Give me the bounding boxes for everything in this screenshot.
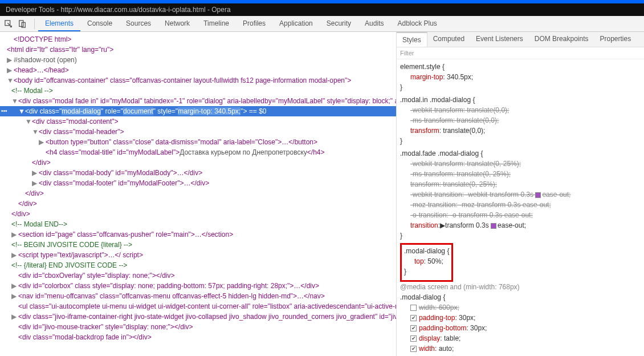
dom-html[interactable]: <html dir="ltr" class="ltr" lang="ru"> — [0, 44, 396, 55]
device-icon[interactable] — [17, 19, 27, 29]
dom-selected-modal-dialog[interactable]: •••▼<div class="modal-dialog" role="docu… — [0, 106, 396, 116]
svg-rect-1 — [19, 20, 23, 26]
inspect-icon[interactable] — [3, 19, 14, 29]
dom-backdrop[interactable]: <div class="modal-backdrop fade in"></di… — [0, 332, 396, 342]
styles-list[interactable]: element.style { margin-top: 340.5px; } .… — [397, 59, 644, 356]
dom-shadow[interactable]: ▶#shadow-root (open) — [0, 55, 396, 65]
dom-modal[interactable]: ▼<div class="modal fade in" id="myModal"… — [0, 96, 396, 106]
tab-security[interactable]: Security — [320, 17, 358, 31]
dom-head[interactable]: ▶<head>…</head> — [0, 65, 396, 75]
rtab-properties[interactable]: Properties — [594, 32, 637, 47]
dom-content-close[interactable]: </div> — [0, 188, 396, 199]
rtab-breakpoints[interactable]: DOM Breakpoints — [529, 32, 594, 47]
tab-sources[interactable]: Sources — [119, 17, 158, 31]
dom-comment-jivo2[interactable]: <!-- {/literal} END JIVOSITE CODE --> — [0, 260, 396, 270]
dom-comment-jivo1[interactable]: <!-- BEGIN JIVOSITE CODE {literal} --> — [0, 240, 396, 250]
dom-body[interactable]: ▼<body id="offcanvas-container" class="o… — [0, 75, 396, 86]
tab-timeline[interactable]: Timeline — [197, 17, 236, 31]
dom-colorbox[interactable]: ▶<div id="colorbox" class style="display… — [0, 281, 396, 291]
rule-element-style[interactable]: element.style { margin-top: 340.5px; } — [400, 62, 641, 92]
styles-panel: Styles Computed Event Listeners DOM Brea… — [396, 32, 644, 356]
rule-modal-dialog-top[interactable]: .modal-dialog { top: 50%; } — [404, 246, 449, 277]
dom-body-div[interactable]: ▶<div class="modal-body" id="myModalBody… — [0, 168, 396, 178]
right-tabs: Styles Computed Event Listeners DOM Brea… — [397, 32, 644, 47]
main-tabs: Elements Console Sources Network Timelin… — [38, 17, 444, 31]
dom-jivo-mouse[interactable]: <div id="jivo-mouse-tracker" style="disp… — [0, 322, 396, 332]
devtools-toolbar: Elements Console Sources Network Timelin… — [0, 16, 644, 32]
dom-footer-div[interactable]: ▶<div class="modal-footer" id="myModalFo… — [0, 178, 396, 188]
dom-tree-panel[interactable]: <!DOCTYPE html> <html dir="ltr" class="l… — [0, 32, 396, 356]
dom-script[interactable]: ▶<script type="text/javascript">…</ scri… — [0, 250, 396, 260]
dom-content[interactable]: ▼<div class="modal-content"> — [0, 116, 396, 127]
dom-comment-modal[interactable]: <!-- Modal --> — [0, 86, 396, 96]
rtab-styles[interactable]: Styles — [397, 32, 427, 47]
dom-header-close[interactable]: </div> — [0, 157, 396, 168]
checkbox-icon[interactable] — [410, 305, 417, 311]
toolbar-separator — [34, 19, 35, 29]
tab-console[interactable]: Console — [80, 17, 119, 31]
selected-indicator: ••• — [0, 106, 9, 116]
styles-filter[interactable]: Filter — [397, 47, 644, 59]
tab-network[interactable]: Network — [158, 17, 197, 31]
rtab-computed[interactable]: Computed — [427, 32, 470, 47]
rule-modal-in[interactable]: .modal.in .modal-dialog { -webkit-transf… — [400, 95, 641, 146]
dom-jivo-iframe[interactable]: ▶<div class="jivo-iframe-container-right… — [0, 312, 396, 322]
rule-modal-fade[interactable]: .modal.fade .modal-dialog { -webkit-tran… — [400, 148, 641, 241]
checkbox-icon[interactable] — [410, 325, 417, 331]
dom-section[interactable]: ▶<section id="page" class="offcanvas-pus… — [0, 229, 396, 240]
dom-ul[interactable]: <ul class="ui-autocomplete ui-menu ui-wi… — [0, 301, 396, 312]
swatch-icon — [535, 192, 541, 198]
tab-audits[interactable]: Audits — [358, 17, 390, 31]
tab-profiles[interactable]: Profiles — [236, 17, 272, 31]
swatch-icon — [491, 223, 496, 229]
checkbox-icon[interactable] — [410, 346, 417, 352]
checkbox-icon[interactable] — [410, 315, 417, 321]
dom-doctype[interactable]: <!DOCTYPE html> — [0, 34, 396, 44]
window-title: Developer Tools - http://www.diacar.com.… — [0, 3, 644, 16]
media-query-1: @media screen and (min-width: 768px) — [400, 282, 641, 292]
dom-button[interactable]: ▶<button type="button" class="close" dat… — [0, 137, 396, 147]
rtab-listeners[interactable]: Event Listeners — [470, 32, 529, 47]
dom-header[interactable]: ▼<div class="modal-header"> — [0, 127, 396, 137]
tab-adblock[interactable]: Adblock Plus — [390, 17, 443, 31]
tab-application[interactable]: Application — [272, 17, 320, 31]
checkbox-icon[interactable] — [410, 335, 417, 342]
dom-nav[interactable]: ▶<nav id="menu-offcanvas" class="offcanv… — [0, 291, 396, 301]
highlighted-rule-box: .modal-dialog { top: 50%; } — [400, 243, 453, 282]
dom-comment-end[interactable]: <!-- Modal END--> — [0, 219, 396, 229]
dom-h4[interactable]: <h4 class="modal-title" id="myModalLabel… — [0, 147, 396, 157]
dom-cbox[interactable]: <div id="cboxOverlay" style="display: no… — [0, 270, 396, 281]
dom-modal-close[interactable]: </div> — [0, 209, 396, 219]
dom-dialog-close[interactable]: </div> — [0, 199, 396, 209]
tab-elements[interactable]: Elements — [38, 17, 80, 31]
rule-media1-dialog[interactable]: .modal-dialog { width: 600px; padding-to… — [400, 292, 641, 356]
